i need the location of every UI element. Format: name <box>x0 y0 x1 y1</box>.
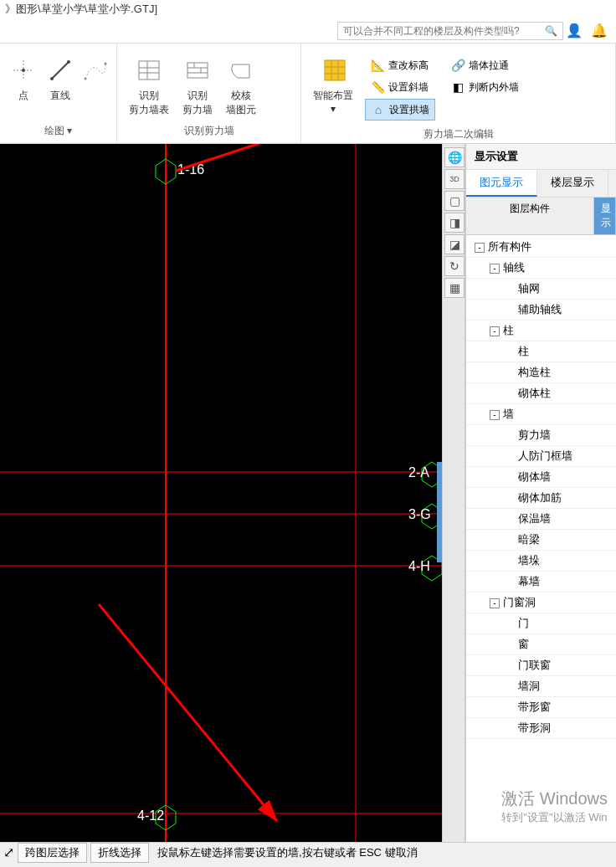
bell-icon[interactable]: 🔔 <box>591 23 608 38</box>
edit-col2: 🔗 墙体拉通 ◧ 判断内外墙 <box>442 52 527 100</box>
tree-item-label: 辅助轴线 <box>518 303 562 316</box>
tree-row[interactable]: -所有构件 <box>466 237 616 258</box>
tree-item-label: 轴网 <box>518 282 540 295</box>
set-arch-wall[interactable]: ⌂ 设置拱墙 <box>365 99 435 121</box>
line-icon <box>47 55 74 85</box>
3d-view[interactable]: 3D <box>444 169 465 189</box>
tree-row[interactable]: 带形洞 <box>466 718 616 739</box>
search-input[interactable] <box>337 22 563 40</box>
cube-iso[interactable]: ◪ <box>444 234 465 254</box>
search-icon[interactable]: 🔍 <box>545 25 557 37</box>
tree-row[interactable]: -墙 <box>466 404 616 425</box>
grid-view[interactable]: ▦ <box>444 278 465 298</box>
tree-item-label: 人防门框墙 <box>518 449 572 462</box>
tree-item-label: 门 <box>518 617 529 629</box>
tree-row[interactable]: 砌体柱 <box>466 383 616 404</box>
title-bar: 》图形\草堂小学\草堂小学.GTJ] <box>0 0 616 18</box>
tree-toggle[interactable]: - <box>490 410 500 420</box>
tree-row[interactable]: 保温墙 <box>466 509 616 530</box>
tree-row[interactable]: 辅助轴线 <box>466 300 616 321</box>
tree-item-label: 柱 <box>503 324 514 336</box>
tree-row[interactable]: 砌体墙 <box>466 467 616 488</box>
tree-row[interactable]: 窗 <box>466 634 616 655</box>
tree-row[interactable]: 暗梁 <box>466 530 616 551</box>
main-area: 1-16 2-A 3-G 4-H 4-12 🌐 3D ▢ ◨ ◪ ↻ ▦ <box>0 144 616 852</box>
table-icon <box>136 55 162 85</box>
tree-toggle[interactable]: - <box>490 598 500 608</box>
tree-header: 图层构件 显示 <box>466 198 616 235</box>
th-show: 显示 <box>594 198 616 234</box>
tab-floor-display[interactable]: 楼层显示 <box>537 170 608 197</box>
tree-row[interactable]: 墙洞 <box>466 676 616 697</box>
line-tool[interactable]: 直线 <box>44 52 77 106</box>
recognize-wall-table[interactable]: 识别 剪力墙表 <box>124 52 174 121</box>
tree-row[interactable]: 轴网 <box>466 279 616 300</box>
component-tree[interactable]: -所有构件-轴线轴网辅助轴线-柱柱构造柱砌体柱-墙剪力墙人防门框墙砌体墙砌体加筋… <box>466 235 616 852</box>
tree-item-label: 带形洞 <box>518 721 551 734</box>
th-component: 图层构件 <box>466 198 594 234</box>
expand-icon[interactable]: ⤢ <box>3 844 14 860</box>
ribbon-group-edit: 智能布置 ▾ 📐 查改标高 📏 设置斜墙 ⌂ 设置拱墙 🔗 <box>301 44 616 143</box>
cube-side[interactable]: ◨ <box>444 213 465 233</box>
tree-row[interactable]: 带形窗 <box>466 697 616 718</box>
group-recognize-label: 识别剪力墙 <box>121 122 297 140</box>
wall-icon <box>184 55 211 85</box>
edit-col1: 📐 查改标高 📏 设置斜墙 ⌂ 设置拱墙 <box>362 52 439 124</box>
ribbon-group-draw: 点 直线 绘图 ▾ <box>0 44 117 143</box>
wall-connect[interactable]: 🔗 墙体拉通 <box>445 55 524 75</box>
user-icon[interactable]: 👤 <box>566 23 583 38</box>
check-icon <box>228 55 254 85</box>
svg-line-33 <box>176 144 385 171</box>
ribbon-group-recognize: 识别 剪力墙表 识别 剪力墙 校核 墙图元 识别剪力墙 <box>117 44 301 143</box>
tree-row[interactable]: 人防门框墙 <box>466 446 616 467</box>
tree-item-label: 保温墙 <box>518 512 551 525</box>
tree-row[interactable]: 墙垛 <box>466 551 616 572</box>
tree-item-label: 墙洞 <box>518 680 540 692</box>
judge-inout-wall[interactable]: ◧ 判断内外墙 <box>445 77 524 97</box>
svg-point-2 <box>22 69 25 72</box>
elevation-icon: 📐 <box>370 58 385 73</box>
cube-front[interactable]: ▢ <box>444 191 465 211</box>
tree-row[interactable]: 砌体加筋 <box>466 488 616 509</box>
tree-item-label: 门联窗 <box>518 659 551 671</box>
tree-toggle[interactable]: - <box>475 243 485 253</box>
tree-row[interactable]: -门窗洞 <box>466 593 616 613</box>
tree-row[interactable]: -轴线 <box>466 258 616 279</box>
smart-icon <box>320 55 346 85</box>
tree-row[interactable]: 门联窗 <box>466 655 616 676</box>
tab-element-display[interactable]: 图元显示 <box>466 170 537 197</box>
tree-row[interactable]: 柱 <box>466 341 616 362</box>
point-icon <box>10 55 37 85</box>
cross-layer-select[interactable]: 跨图层选择 <box>18 843 87 863</box>
tree-row[interactable]: 门 <box>466 613 616 634</box>
axis-r3: 4-H <box>408 559 430 573</box>
svg-point-6 <box>84 78 86 80</box>
check-elevation[interactable]: 📐 查改标高 <box>365 55 435 75</box>
ribbon: 点 直线 绘图 ▾ 识别 剪力墙表 <box>0 44 616 144</box>
svg-rect-17 <box>325 60 345 80</box>
axis-r2: 3-G <box>408 507 431 521</box>
set-slope-wall[interactable]: 📏 设置斜墙 <box>365 77 435 97</box>
point-tool[interactable]: 点 <box>7 52 40 106</box>
canvas[interactable]: 1-16 2-A 3-G 4-H 4-12 <box>0 144 442 852</box>
smart-layout[interactable]: 智能布置 ▾ <box>308 52 358 118</box>
view-toolbar: 🌐 3D ▢ ◨ ◪ ↻ ▦ <box>442 144 465 852</box>
tree-row[interactable]: 剪力墙 <box>466 425 616 446</box>
polyline-select[interactable]: 折线选择 <box>90 843 149 863</box>
tree-row[interactable]: 幕墙 <box>466 572 616 593</box>
rotate-view[interactable]: ↻ <box>444 256 465 276</box>
check-wall-element[interactable]: 校核 墙图元 <box>221 52 261 121</box>
globe-view[interactable]: 🌐 <box>444 147 465 167</box>
scroll-indicator[interactable] <box>437 462 442 562</box>
connect-icon: 🔗 <box>450 58 465 73</box>
tree-toggle[interactable]: - <box>490 326 500 336</box>
spline-tool[interactable] <box>80 52 110 89</box>
judge-icon: ◧ <box>450 80 465 95</box>
tree-item-label: 暗梁 <box>518 533 540 546</box>
tree-row[interactable]: 构造柱 <box>466 362 616 383</box>
tree-item-label: 幕墙 <box>518 575 540 587</box>
tree-toggle[interactable]: - <box>490 264 500 274</box>
search-row: 🔍 👤 🔔 <box>0 18 616 44</box>
tree-row[interactable]: -柱 <box>466 321 616 341</box>
recognize-wall[interactable]: 识别 剪力墙 <box>177 52 218 121</box>
